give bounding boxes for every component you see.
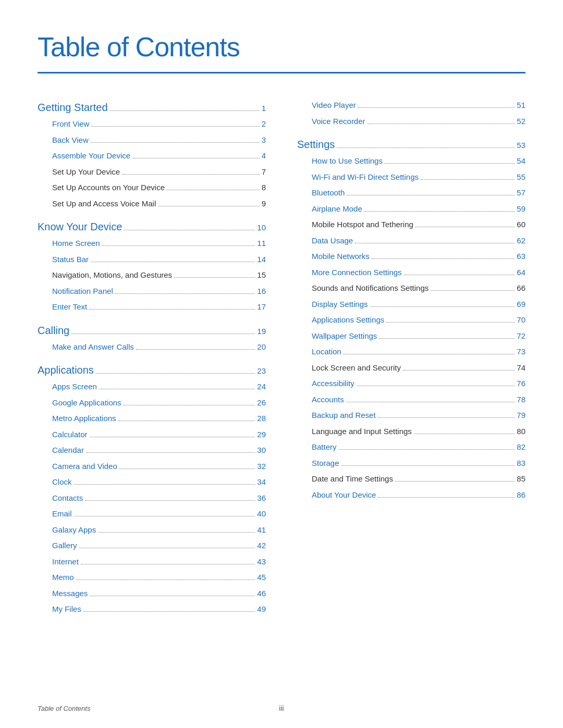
toc-page: 43 xyxy=(257,556,266,568)
toc-dots xyxy=(110,110,260,111)
toc-page: 53 xyxy=(517,140,525,152)
toc-page: 30 xyxy=(257,445,266,456)
toc-label: Accessibility xyxy=(297,378,354,390)
toc-dots xyxy=(378,417,515,418)
toc-dots xyxy=(431,290,515,291)
toc-entry: Backup and Reset79 xyxy=(297,410,525,422)
toc-label: Memo xyxy=(38,572,74,584)
toc-entry: Applications23 xyxy=(38,362,266,378)
toc-page: 76 xyxy=(517,378,525,390)
toc-dots xyxy=(99,389,255,389)
toc-dots xyxy=(90,596,255,596)
toc-label: Applications Settings xyxy=(297,314,384,326)
toc-dots xyxy=(98,532,255,533)
toc-page: 57 xyxy=(517,187,525,199)
toc-dots xyxy=(174,277,255,278)
toc-entry: Display Settings69 xyxy=(297,299,525,311)
toc-label: Date and Time Settings xyxy=(297,473,393,485)
toc-label: Know Your Device xyxy=(38,219,122,235)
toc-label: Lock Screen and Security xyxy=(297,362,401,374)
toc-dots xyxy=(91,126,259,127)
toc-label: Location xyxy=(297,346,341,358)
toc-entry: Make and Answer Calls20 xyxy=(38,341,266,353)
toc-entry: Set Up and Access Voice Mail9 xyxy=(38,198,266,210)
toc-dots xyxy=(364,211,515,212)
toc-label: Set Up and Access Voice Mail xyxy=(38,198,156,210)
toc-label: My Files xyxy=(38,603,81,615)
toc-entry: Status Bar14 xyxy=(38,254,266,266)
toc-dots xyxy=(119,468,255,469)
toc-entry: Gallery42 xyxy=(38,540,266,552)
toc-page: 36 xyxy=(257,492,266,504)
toc-label: Navigation, Motions, and Gestures xyxy=(38,269,172,281)
toc-page: 82 xyxy=(517,441,525,453)
toc-page: 86 xyxy=(517,489,525,501)
toc-page: 54 xyxy=(517,155,525,167)
toc-entry: Contacts36 xyxy=(38,492,266,504)
toc-label: Status Bar xyxy=(38,254,89,266)
toc-label: Enter Text xyxy=(38,301,87,313)
toc-entry: Messages46 xyxy=(38,588,266,600)
toc-entry: Back View3 xyxy=(38,134,266,146)
toc-page: 19 xyxy=(257,326,266,338)
toc-dots xyxy=(89,309,255,310)
toc-entry: Email40 xyxy=(38,508,266,520)
toc-dots xyxy=(122,174,260,175)
toc-entry: Language and Input Settings80 xyxy=(297,426,525,438)
toc-page: 79 xyxy=(517,410,525,422)
toc-entry: Sounds and Notifications Settings66 xyxy=(297,282,525,294)
toc-entry: Data Usage62 xyxy=(297,235,525,247)
toc-dots xyxy=(341,465,515,466)
toc-dots xyxy=(357,386,515,386)
toc-page: 26 xyxy=(257,397,266,409)
toc-page: 80 xyxy=(517,426,525,438)
toc-dots xyxy=(385,163,515,164)
toc-page: 20 xyxy=(257,341,266,353)
toc-label: More Connection Settings xyxy=(297,267,402,279)
toc-entry: Navigation, Motions, and Gestures15 xyxy=(38,269,266,281)
toc-dots xyxy=(76,579,255,580)
toc-dots xyxy=(347,195,515,195)
toc-page: 62 xyxy=(517,235,525,247)
toc-page: 64 xyxy=(517,267,525,279)
toc-label: Accounts xyxy=(297,394,344,406)
toc-dots xyxy=(74,484,255,485)
toc-entry: Wi-Fi and Wi-Fi Direct Settings55 xyxy=(297,171,525,183)
toc-page: 34 xyxy=(257,476,266,488)
toc-page: 74 xyxy=(517,362,525,374)
toc-page: 60 xyxy=(517,219,525,231)
footer-label: Table of Contents xyxy=(38,705,90,712)
toc-dots xyxy=(132,158,260,158)
toc-dots xyxy=(346,402,515,402)
toc-label: Video Player xyxy=(297,100,356,112)
left-column: Getting Started1Front View2Back View3Ass… xyxy=(38,100,266,620)
toc-page: 46 xyxy=(257,588,266,600)
page-container: Table of Contents Getting Started1Front … xyxy=(0,0,563,661)
toc-dots xyxy=(124,405,255,405)
toc-label: Language and Input Settings xyxy=(297,426,412,438)
toc-page: 85 xyxy=(517,473,525,485)
toc-dots xyxy=(85,500,255,501)
toc-label: Display Settings xyxy=(297,299,368,311)
toc-page: 70 xyxy=(517,314,525,326)
toc-page: 78 xyxy=(517,394,525,406)
toc-entry: Location73 xyxy=(297,346,525,358)
toc-label: Camera and Video xyxy=(38,461,117,473)
toc-dots xyxy=(158,206,259,206)
toc-dots xyxy=(415,227,515,227)
toc-entry: Front View2 xyxy=(38,118,266,130)
toc-dots xyxy=(86,452,255,453)
toc-page: 1 xyxy=(262,103,266,115)
toc-label: Sounds and Notifications Settings xyxy=(297,282,429,294)
toc-dots xyxy=(91,262,255,262)
toc-page: 55 xyxy=(517,171,525,183)
toc-page: 15 xyxy=(257,269,266,281)
toc-entry: Voice Recorder52 xyxy=(297,116,525,128)
toc-entry: Calculator29 xyxy=(38,429,266,441)
toc-dots xyxy=(83,611,255,612)
toc-page: 51 xyxy=(517,100,525,112)
toc-dots xyxy=(339,449,515,450)
toc-label: Wi-Fi and Wi-Fi Direct Settings xyxy=(297,171,419,183)
toc-page: 66 xyxy=(517,282,525,294)
toc-page: 14 xyxy=(257,254,266,266)
